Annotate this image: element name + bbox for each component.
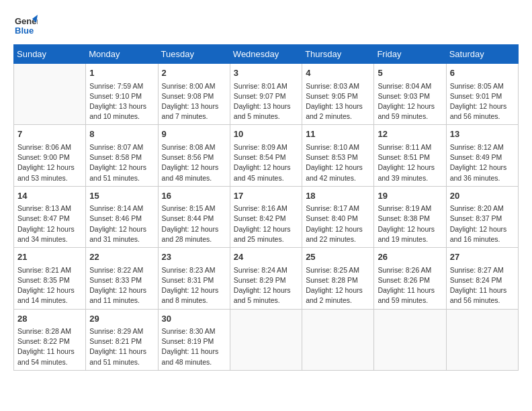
day-number: 28 <box>17 312 82 326</box>
day-info: Sunrise: 8:07 AM Sunset: 8:58 PM Dayligh… <box>89 142 154 183</box>
day-number: 3 <box>234 66 298 80</box>
day-cell: 4Sunrise: 8:03 AM Sunset: 9:05 PM Daylig… <box>302 64 374 125</box>
day-number: 6 <box>450 66 515 80</box>
day-number: 8 <box>89 128 154 141</box>
day-number: 5 <box>378 66 442 80</box>
day-cell: 27Sunrise: 8:27 AM Sunset: 8:24 PM Dayli… <box>446 248 518 309</box>
day-number: 14 <box>17 189 82 203</box>
day-number: 12 <box>378 128 442 141</box>
day-cell: 13Sunrise: 8:12 AM Sunset: 8:49 PM Dayli… <box>446 125 518 186</box>
day-info: Sunrise: 8:22 AM Sunset: 8:33 PM Dayligh… <box>89 265 154 306</box>
day-cell: 7Sunrise: 8:06 AM Sunset: 9:00 PM Daylig… <box>14 125 86 186</box>
day-cell <box>374 309 446 370</box>
day-cell: 22Sunrise: 8:22 AM Sunset: 8:33 PM Dayli… <box>86 248 158 309</box>
day-info: Sunrise: 8:24 AM Sunset: 8:29 PM Dayligh… <box>234 265 298 306</box>
day-info: Sunrise: 8:13 AM Sunset: 8:47 PM Dayligh… <box>17 203 82 244</box>
day-cell: 19Sunrise: 8:19 AM Sunset: 8:38 PM Dayli… <box>374 186 446 247</box>
day-cell: 16Sunrise: 8:15 AM Sunset: 8:44 PM Dayli… <box>158 186 230 247</box>
day-cell: 23Sunrise: 8:23 AM Sunset: 8:31 PM Dayli… <box>158 248 230 309</box>
week-row-2: 7Sunrise: 8:06 AM Sunset: 9:00 PM Daylig… <box>14 125 519 186</box>
day-cell: 26Sunrise: 8:26 AM Sunset: 8:26 PM Dayli… <box>374 248 446 309</box>
day-cell: 21Sunrise: 8:21 AM Sunset: 8:35 PM Dayli… <box>14 248 86 309</box>
day-info: Sunrise: 8:00 AM Sunset: 9:08 PM Dayligh… <box>162 81 226 122</box>
day-cell: 29Sunrise: 8:29 AM Sunset: 8:21 PM Dayli… <box>86 309 158 370</box>
day-info: Sunrise: 8:11 AM Sunset: 8:51 PM Dayligh… <box>378 142 442 183</box>
day-cell: 24Sunrise: 8:24 AM Sunset: 8:29 PM Dayli… <box>230 248 302 309</box>
day-number: 20 <box>450 189 515 203</box>
day-number: 17 <box>234 189 298 203</box>
day-cell: 20Sunrise: 8:20 AM Sunset: 8:37 PM Dayli… <box>446 186 518 247</box>
day-info: Sunrise: 8:16 AM Sunset: 8:42 PM Dayligh… <box>234 203 298 244</box>
day-info: Sunrise: 8:28 AM Sunset: 8:22 PM Dayligh… <box>17 326 82 367</box>
day-cell: 5Sunrise: 8:04 AM Sunset: 9:03 PM Daylig… <box>374 64 446 125</box>
day-number: 16 <box>162 189 226 203</box>
day-cell <box>302 309 374 370</box>
header-cell-thursday: Thursday <box>302 45 374 64</box>
day-number: 1 <box>89 66 154 80</box>
day-number: 30 <box>162 312 226 326</box>
page-header: General Blue <box>13 13 519 38</box>
day-number: 26 <box>378 250 442 264</box>
day-cell: 11Sunrise: 8:10 AM Sunset: 8:53 PM Dayli… <box>302 125 374 186</box>
day-number: 22 <box>89 250 154 264</box>
day-info: Sunrise: 7:59 AM Sunset: 9:10 PM Dayligh… <box>89 81 154 122</box>
day-info: Sunrise: 8:14 AM Sunset: 8:46 PM Dayligh… <box>89 203 154 244</box>
day-number: 24 <box>234 250 298 264</box>
day-number: 2 <box>162 66 226 80</box>
day-cell <box>14 64 86 125</box>
day-info: Sunrise: 8:27 AM Sunset: 8:24 PM Dayligh… <box>450 265 515 306</box>
day-info: Sunrise: 8:17 AM Sunset: 8:40 PM Dayligh… <box>306 203 370 244</box>
week-row-1: 1Sunrise: 7:59 AM Sunset: 9:10 PM Daylig… <box>14 64 519 125</box>
day-number: 4 <box>306 66 370 80</box>
day-info: Sunrise: 8:09 AM Sunset: 8:54 PM Dayligh… <box>234 142 298 183</box>
logo-icon: General Blue <box>13 13 38 38</box>
week-row-3: 14Sunrise: 8:13 AM Sunset: 8:47 PM Dayli… <box>14 186 519 247</box>
week-row-5: 28Sunrise: 8:28 AM Sunset: 8:22 PM Dayli… <box>14 309 519 370</box>
day-info: Sunrise: 8:10 AM Sunset: 8:53 PM Dayligh… <box>306 142 370 183</box>
day-cell: 3Sunrise: 8:01 AM Sunset: 9:07 PM Daylig… <box>230 64 302 125</box>
day-info: Sunrise: 8:20 AM Sunset: 8:37 PM Dayligh… <box>450 203 515 244</box>
day-info: Sunrise: 8:25 AM Sunset: 8:28 PM Dayligh… <box>306 265 370 306</box>
header-cell-friday: Friday <box>374 45 446 64</box>
svg-text:Blue: Blue <box>15 26 34 36</box>
day-info: Sunrise: 8:04 AM Sunset: 9:03 PM Dayligh… <box>378 81 442 122</box>
day-cell: 1Sunrise: 7:59 AM Sunset: 9:10 PM Daylig… <box>86 64 158 125</box>
header-cell-monday: Monday <box>86 45 158 64</box>
logo: General Blue <box>13 13 38 38</box>
day-cell: 28Sunrise: 8:28 AM Sunset: 8:22 PM Dayli… <box>14 309 86 370</box>
day-cell: 17Sunrise: 8:16 AM Sunset: 8:42 PM Dayli… <box>230 186 302 247</box>
day-info: Sunrise: 8:26 AM Sunset: 8:26 PM Dayligh… <box>378 265 442 306</box>
day-info: Sunrise: 8:21 AM Sunset: 8:35 PM Dayligh… <box>17 265 82 306</box>
day-cell: 25Sunrise: 8:25 AM Sunset: 8:28 PM Dayli… <box>302 248 374 309</box>
day-cell: 9Sunrise: 8:08 AM Sunset: 8:56 PM Daylig… <box>158 125 230 186</box>
header-cell-tuesday: Tuesday <box>158 45 230 64</box>
day-number: 27 <box>450 250 515 264</box>
day-info: Sunrise: 8:30 AM Sunset: 8:19 PM Dayligh… <box>162 326 226 367</box>
day-cell: 8Sunrise: 8:07 AM Sunset: 8:58 PM Daylig… <box>86 125 158 186</box>
day-info: Sunrise: 8:01 AM Sunset: 9:07 PM Dayligh… <box>234 81 298 122</box>
day-cell: 12Sunrise: 8:11 AM Sunset: 8:51 PM Dayli… <box>374 125 446 186</box>
day-cell: 2Sunrise: 8:00 AM Sunset: 9:08 PM Daylig… <box>158 64 230 125</box>
day-info: Sunrise: 8:08 AM Sunset: 8:56 PM Dayligh… <box>162 142 226 183</box>
day-cell: 15Sunrise: 8:14 AM Sunset: 8:46 PM Dayli… <box>86 186 158 247</box>
day-info: Sunrise: 8:23 AM Sunset: 8:31 PM Dayligh… <box>162 265 226 306</box>
day-number: 29 <box>89 312 154 326</box>
day-info: Sunrise: 8:29 AM Sunset: 8:21 PM Dayligh… <box>89 326 154 367</box>
header-cell-sunday: Sunday <box>14 45 86 64</box>
day-number: 15 <box>89 189 154 203</box>
header-cell-saturday: Saturday <box>446 45 518 64</box>
day-info: Sunrise: 8:19 AM Sunset: 8:38 PM Dayligh… <box>378 203 442 244</box>
day-cell: 30Sunrise: 8:30 AM Sunset: 8:19 PM Dayli… <box>158 309 230 370</box>
day-cell: 6Sunrise: 8:05 AM Sunset: 9:01 PM Daylig… <box>446 64 518 125</box>
week-row-4: 21Sunrise: 8:21 AM Sunset: 8:35 PM Dayli… <box>14 248 519 309</box>
day-number: 7 <box>17 128 82 141</box>
day-cell: 18Sunrise: 8:17 AM Sunset: 8:40 PM Dayli… <box>302 186 374 247</box>
day-cell <box>230 309 302 370</box>
day-number: 21 <box>17 250 82 264</box>
header-row: SundayMondayTuesdayWednesdayThursdayFrid… <box>14 45 519 64</box>
day-info: Sunrise: 8:12 AM Sunset: 8:49 PM Dayligh… <box>450 142 515 183</box>
day-info: Sunrise: 8:05 AM Sunset: 9:01 PM Dayligh… <box>450 81 515 122</box>
calendar-table: SundayMondayTuesdayWednesdayThursdayFrid… <box>13 44 519 371</box>
day-info: Sunrise: 8:06 AM Sunset: 9:00 PM Dayligh… <box>17 142 82 183</box>
day-number: 23 <box>162 250 226 264</box>
